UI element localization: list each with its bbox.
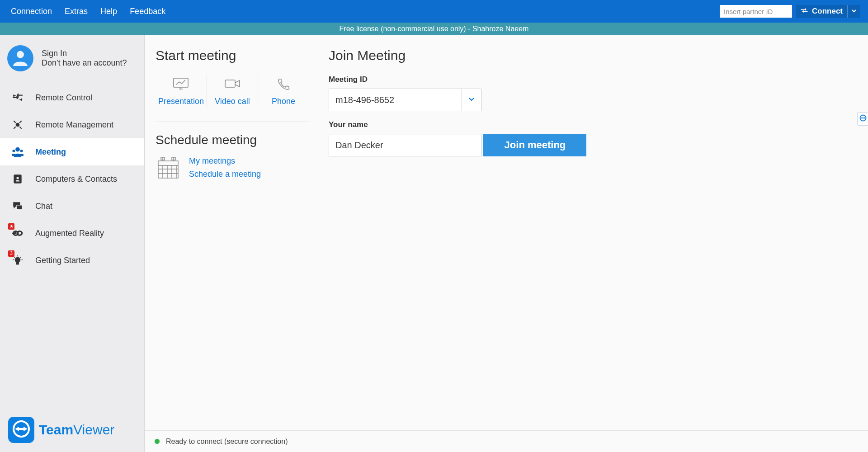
- join-meeting-button[interactable]: Join meeting: [483, 134, 586, 156]
- nav-label: Getting Started: [35, 256, 90, 265]
- video-icon: [223, 76, 241, 93]
- menubar-right: Connect: [720, 5, 860, 18]
- sidebar: Sign In Don't have an account? Remote Co…: [0, 35, 145, 452]
- nav-label: Meeting: [35, 147, 66, 157]
- nav-label: Computers & Contacts: [35, 174, 117, 184]
- nav-remote-management[interactable]: Remote Management: [0, 111, 144, 138]
- menu-help[interactable]: Help: [100, 7, 117, 16]
- svg-rect-12: [19, 428, 24, 430]
- connect-dropdown-button[interactable]: [847, 5, 860, 18]
- meeting-id-label: Meeting ID: [329, 75, 859, 84]
- chat-icon: [11, 199, 24, 213]
- content: Sign In Don't have an account? Remote Co…: [0, 35, 868, 452]
- start-video-call[interactable]: Video call: [207, 75, 258, 108]
- svg-point-6: [16, 177, 19, 179]
- start-presentation-label: Presentation: [158, 97, 204, 106]
- meeting-id-combo: [329, 89, 481, 111]
- nav-getting-started[interactable]: 3 Getting Started: [0, 247, 144, 274]
- svg-point-0: [17, 51, 24, 58]
- join-meeting-title: Join Meeting: [329, 48, 859, 63]
- nav: Remote Control Remote Management Meeting…: [0, 84, 144, 274]
- teamviewer-logo-icon: [12, 420, 30, 440]
- nav-label: Augmented Reality: [35, 229, 104, 238]
- menu-extras[interactable]: Extras: [65, 7, 88, 16]
- connect-button[interactable]: Connect: [796, 5, 847, 18]
- nav-label: Remote Control: [35, 93, 92, 103]
- nav-meeting[interactable]: Meeting: [0, 138, 144, 165]
- account-text: Sign In Don't have an account?: [42, 49, 127, 68]
- status-dot-icon: [155, 439, 160, 444]
- status-bar: Ready to connect (secure connection): [145, 430, 868, 452]
- svg-rect-15: [158, 161, 178, 178]
- calendar-icon: [156, 155, 181, 183]
- new-badge: ★: [8, 223, 14, 230]
- schedule-block: My meetings Schedule a meeting: [156, 155, 309, 183]
- svg-point-9: [15, 258, 20, 263]
- menu-connection[interactable]: Connection: [11, 7, 52, 16]
- license-bar: Free license (non-commercial use only) -…: [0, 23, 868, 35]
- nav-computers-contacts[interactable]: Computers & Contacts: [0, 165, 144, 193]
- count-badge: 3: [8, 250, 14, 257]
- my-meetings-link[interactable]: My meetings: [189, 156, 261, 166]
- account-block: Sign In Don't have an account?: [0, 35, 144, 81]
- brand-light: Viewer: [73, 422, 114, 437]
- avatar[interactable]: [7, 45, 33, 71]
- connect-button-label: Connect: [812, 7, 843, 16]
- menubar-left: Connection Extras Help Feedback: [11, 7, 165, 16]
- svg-point-2: [16, 147, 20, 151]
- your-name-input[interactable]: [329, 135, 481, 156]
- nav-remote-control[interactable]: Remote Control: [0, 84, 144, 111]
- expand-icon: [11, 118, 24, 132]
- menu-feedback[interactable]: Feedback: [130, 7, 165, 16]
- svg-point-4: [20, 150, 23, 152]
- start-phone[interactable]: Phone: [258, 75, 309, 108]
- divider: [156, 122, 309, 122]
- address-book-icon: [11, 172, 24, 186]
- svg-point-8: [17, 231, 22, 235]
- nav-label: Remote Management: [35, 120, 113, 130]
- svg-rect-10: [17, 262, 19, 264]
- nav-label: Chat: [35, 202, 52, 211]
- start-presentation[interactable]: Presentation: [156, 75, 207, 108]
- nav-chat[interactable]: Chat: [0, 193, 144, 220]
- partner-id-input[interactable]: [720, 5, 792, 18]
- presentation-icon: [172, 76, 190, 93]
- teamviewer-mini-icon: [859, 114, 867, 123]
- panels: Start meeting Presentation Video call: [145, 35, 868, 452]
- brand-name: TeamViewer: [39, 422, 114, 438]
- start-meeting-title: Start meeting: [156, 48, 309, 63]
- panel-join-meeting: Join Meeting Meeting ID Your name Join m…: [318, 35, 868, 452]
- chevron-down-icon: [851, 7, 857, 15]
- arrows-icon: [11, 91, 24, 104]
- schedule-meeting-link[interactable]: Schedule a meeting: [189, 170, 261, 179]
- your-name-label: Your name: [329, 120, 859, 129]
- start-video-call-label: Video call: [215, 97, 250, 106]
- phone-icon: [274, 76, 292, 93]
- brand-bold: Team: [39, 422, 73, 437]
- meeting-id-dropdown-button[interactable]: [461, 89, 481, 111]
- start-options: Presentation Video call Phone: [156, 75, 309, 108]
- license-text: Free license (non-commercial use only) -…: [340, 25, 529, 33]
- schedule-links: My meetings Schedule a meeting: [189, 155, 261, 183]
- svg-point-1: [16, 123, 19, 127]
- nav-augmented-reality[interactable]: ★ Augmented Reality: [0, 220, 144, 247]
- swap-arrows-icon: [800, 7, 808, 16]
- start-phone-label: Phone: [272, 97, 295, 106]
- no-account-link[interactable]: Don't have an account?: [42, 58, 127, 68]
- user-icon: [12, 49, 29, 68]
- svg-point-3: [13, 150, 15, 152]
- side-panel-toggle[interactable]: [857, 112, 868, 126]
- brand: TeamViewer: [0, 417, 144, 452]
- people-icon: [11, 145, 24, 159]
- sign-in-link[interactable]: Sign In: [42, 49, 127, 58]
- status-text: Ready to connect (secure connection): [166, 438, 288, 446]
- meeting-id-input[interactable]: [329, 89, 461, 111]
- brand-logo: [8, 417, 34, 443]
- chevron-down-icon: [468, 95, 475, 104]
- menubar: Connection Extras Help Feedback Connect: [0, 0, 868, 23]
- schedule-meeting-title: Schedule meeting: [156, 133, 309, 147]
- panel-start-meeting: Start meeting Presentation Video call: [145, 35, 318, 452]
- svg-rect-19: [862, 118, 864, 118]
- svg-rect-14: [225, 80, 235, 87]
